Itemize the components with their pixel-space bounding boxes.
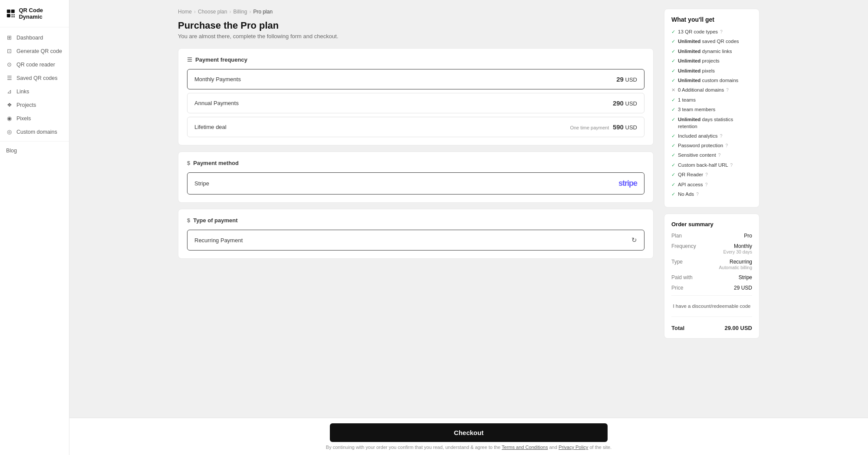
feature-password: ✓ Password protection ? [671,142,752,149]
left-panel: Home › Choose plan › Billing › Pro plan … [178,9,654,420]
type-icon: $ [187,217,190,224]
bookmark-icon: ☰ [6,75,13,81]
sidebar-divider [0,141,69,142]
what-you-get-title: What you'll get [671,16,752,23]
svg-rect-1 [11,10,15,13]
total-value: 29.00 USD [724,325,752,331]
svg-rect-2 [7,14,10,17]
breadcrumb-billing[interactable]: Billing [233,9,247,15]
feature-projects: ✓ Unlimited projects [671,57,752,64]
question-icon[interactable]: ? [726,88,729,92]
sidebar-item-generate[interactable]: ⊡ Generate QR code [0,44,69,58]
recurring-option[interactable]: Recurring Payment ↻ [187,230,644,251]
main-content: Home › Choose plan › Billing › Pro plan … [69,0,868,455]
question-icon[interactable]: ? [705,182,708,187]
question-icon[interactable]: ? [730,163,733,168]
feature-additional-domains: ✕ 0 Additional domains ? [671,86,752,93]
order-divider-2 [671,317,752,317]
order-summary-panel: Order summary Plan Pro Frequency Monthly… [664,214,760,339]
stripe-option[interactable]: Stripe stripe [187,172,644,195]
discount-link[interactable]: I have a discount/redeemable code [671,300,752,312]
breadcrumb-sep-2: › [229,9,231,15]
order-frequency-sub: Every 30 days [723,249,752,254]
check-icon: ✓ [671,48,675,55]
question-icon[interactable]: ? [696,192,699,197]
feature-text: Unlimited pixels [678,67,715,74]
sidebar-item-label: QR code reader [16,62,55,68]
breadcrumb-sep-1: › [194,9,196,15]
order-label-plan: Plan [671,233,682,239]
feature-saved-qr: ✓ Unlimited saved QR codes [671,38,752,45]
payment-method-header: $ Payment method [187,160,644,166]
svg-rect-6 [13,16,15,17]
svg-rect-3 [12,14,13,16]
order-value-plan: Pro [744,233,752,239]
check-icon: ✓ [671,97,675,103]
question-icon[interactable]: ? [705,172,708,177]
feature-team-members: ✓ 3 team members [671,106,752,113]
check-icon: ✓ [671,162,675,168]
checkout-button[interactable]: Checkout [330,423,608,442]
breadcrumb-home[interactable]: Home [178,9,192,15]
question-icon[interactable]: ? [725,143,728,148]
check-icon: ✓ [671,181,675,188]
sidebar-item-domains[interactable]: ◎ Custom domains [0,125,69,138]
sidebar: QR Code Dynamic ⊞ Dashboard ⊡ Generate Q… [0,0,69,455]
sidebar-item-pixels[interactable]: ◉ Pixels [0,112,69,125]
feature-text: Unlimited projects [678,57,720,64]
feature-text: Custom back-half URL ? [678,162,733,168]
breadcrumb-pro-plan: Pro plan [253,9,273,15]
checkout-bar: Checkout By continuing with your order y… [69,418,868,455]
lifetime-price: One time payment 590 USD [570,123,637,131]
check-icon: ✓ [671,29,675,35]
monthly-payment-option[interactable]: Monthly Payments 29 USD [187,69,644,89]
sidebar-item-links[interactable]: ⊿ Links [0,85,69,98]
feature-analytics: ✓ Included analytics ? [671,132,752,139]
feature-text: 1 teams [678,96,696,103]
payment-frequency-section: ☰ Payment frequency Monthly Payments 29 … [178,48,654,145]
payment-frequency-header: ☰ Payment frequency [187,56,644,63]
order-value-price: 29 USD [734,285,752,291]
feature-pixels: ✓ Unlimited pixels [671,67,752,74]
monthly-amount: 29 [616,76,624,83]
check-icon: ✓ [671,106,675,113]
lifetime-payment-option[interactable]: Lifetime deal One time payment 590 USD [187,117,644,137]
sidebar-item-saved[interactable]: ☰ Saved QR codes [0,71,69,85]
folder-icon: ❖ [6,102,13,108]
question-icon[interactable]: ? [720,30,723,34]
sidebar-item-label: Generate QR code [16,48,62,54]
feature-text: No Ads ? [678,191,699,198]
feature-text: Unlimited saved QR codes [678,38,739,45]
sidebar-item-reader[interactable]: ⊙ QR code reader [0,58,69,71]
check-icon: ✓ [671,116,675,123]
terms-link[interactable]: Terms and Conditions [502,445,548,450]
feature-text: Sensitive content ? [678,152,720,158]
brand-logo: QR Code Dynamic [0,0,69,27]
question-icon[interactable]: ? [720,134,723,138]
sidebar-nav: ⊞ Dashboard ⊡ Generate QR code ⊙ QR code… [0,27,69,455]
method-icon: $ [187,160,190,166]
sidebar-item-label: Projects [16,102,36,108]
check-icon: ✓ [671,142,675,149]
right-panel: What you'll get ✓ 13 QR code types ? ✓ U… [664,9,760,420]
annual-payment-option[interactable]: Annual Payments 290 USD [187,93,644,113]
sidebar-item-dashboard[interactable]: ⊞ Dashboard [0,31,69,44]
question-icon[interactable]: ? [718,153,721,158]
breadcrumb: Home › Choose plan › Billing › Pro plan [178,9,654,15]
one-time-label: One time payment [570,125,609,130]
sidebar-item-label: Saved QR codes [16,75,58,81]
feature-custom-url: ✓ Custom back-half URL ? [671,162,752,168]
feature-text: QR Reader ? [678,171,708,178]
breadcrumb-choose-plan[interactable]: Choose plan [198,9,227,15]
feature-api: ✓ API access ? [671,181,752,188]
frequency-icon: ☰ [187,56,192,63]
page-title: Purchase the Pro plan [178,20,654,31]
order-row-frequency: Frequency Monthly Every 30 days [671,243,752,254]
order-value-frequency: Monthly Every 30 days [723,243,752,254]
sidebar-item-label: Dashboard [16,35,43,41]
content-area: Home › Choose plan › Billing › Pro plan … [165,0,773,455]
sidebar-item-blog[interactable]: Blog [0,144,69,157]
recurring-label: Recurring Payment [194,237,243,244]
privacy-link[interactable]: Privacy Policy [559,445,588,450]
sidebar-item-projects[interactable]: ❖ Projects [0,98,69,112]
